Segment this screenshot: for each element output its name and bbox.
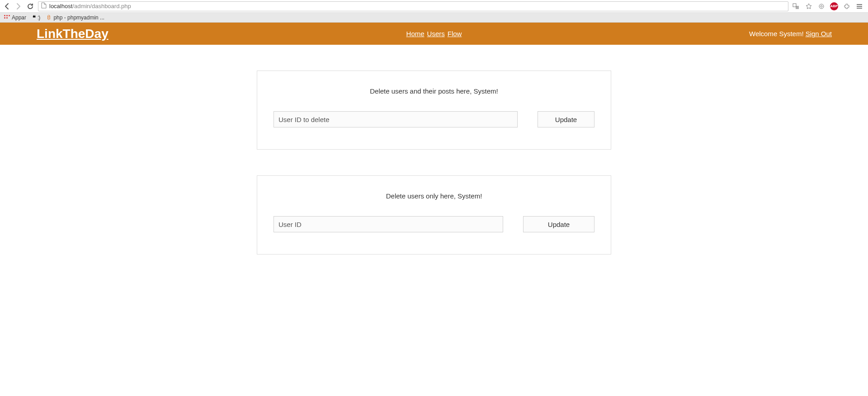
delete-users-only-panel: Delete users only here, System! Update [257, 175, 611, 255]
page-icon [41, 2, 47, 10]
bookmark-label: :) [38, 14, 40, 21]
nav-home[interactable]: Home [406, 30, 425, 38]
update-button[interactable]: Update [523, 216, 594, 232]
url-host: localhost [49, 3, 72, 9]
update-button[interactable]: Update [538, 111, 594, 127]
svg-point-2 [819, 4, 824, 9]
bookmark-label: Appar [12, 14, 26, 21]
nav-flow[interactable]: Flow [448, 30, 462, 38]
star-icon[interactable] [805, 2, 813, 10]
svg-point-3 [821, 5, 822, 7]
gear-icon[interactable] [817, 2, 826, 10]
translate-icon[interactable] [792, 2, 800, 10]
bookmark-php[interactable]: 🛢 php - phpmyadmin ... [46, 14, 104, 21]
bookmark-appar[interactable]: Appar [4, 14, 26, 21]
panel-title: Delete users and their posts here, Syste… [274, 87, 594, 95]
nav-links: Home Users Flow [406, 30, 462, 38]
apps-icon [4, 14, 10, 21]
user-id-delete-input[interactable] [274, 111, 518, 127]
forward-icon [14, 2, 23, 10]
user-id-input[interactable] [274, 216, 503, 232]
form-row: Update [274, 216, 594, 232]
nav-user-area: Welcome System! Sign Out [749, 30, 832, 38]
url-text: localhost/admin/dashboard.php [49, 3, 131, 9]
menu-icon[interactable] [855, 2, 863, 10]
bookmark-quotes[interactable]: ❝ :) [33, 14, 40, 21]
svg-rect-1 [796, 6, 799, 9]
bookmark-label: php - phpmyadmin ... [53, 14, 104, 21]
url-path: /admin/dashboard.php [72, 3, 131, 9]
browser-chrome: localhost/admin/dashboard.php ABP [0, 0, 868, 23]
back-icon[interactable] [3, 2, 11, 10]
reload-icon[interactable] [26, 2, 34, 10]
panel-title: Delete users only here, System! [274, 192, 594, 200]
phpmyadmin-icon: 🛢 [46, 14, 52, 21]
toolbar: localhost/admin/dashboard.php ABP [0, 0, 868, 13]
toolbar-right-icons: ABP [792, 2, 865, 10]
puzzle-icon[interactable] [843, 2, 851, 10]
abp-icon[interactable]: ABP [830, 2, 838, 10]
svg-rect-0 [793, 4, 796, 7]
signout-link[interactable]: Sign Out [806, 30, 832, 38]
delete-users-posts-panel: Delete users and their posts here, Syste… [257, 71, 611, 150]
bookmarks-bar: Appar ❝ :) 🛢 php - phpmyadmin ... [0, 13, 868, 22]
address-bar[interactable]: localhost/admin/dashboard.php [38, 1, 788, 11]
form-row: Update [274, 111, 594, 127]
site-header: LinkTheDay Home Users Flow Welcome Syste… [0, 23, 868, 45]
nav-users[interactable]: Users [427, 30, 445, 38]
brand-link[interactable]: LinkTheDay [37, 27, 108, 41]
main-content: Delete users and their posts here, Syste… [0, 45, 868, 255]
welcome-text: Welcome System! [749, 30, 804, 38]
quotes-icon: ❝ [33, 14, 36, 21]
